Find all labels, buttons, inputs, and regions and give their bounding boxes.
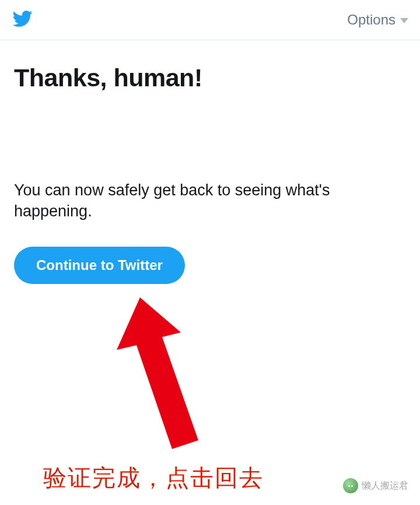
watermark: 懒人搬运君	[343, 478, 408, 493]
twitter-logo-icon	[9, 8, 35, 31]
watermark-text: 懒人搬运君	[362, 480, 408, 492]
header-bar: Options	[0, 0, 420, 40]
wechat-icon	[343, 478, 358, 493]
arrow-annotation-icon	[117, 297, 210, 461]
svg-marker-0	[117, 297, 198, 449]
options-menu-button[interactable]: Options	[347, 12, 408, 28]
chevron-down-icon	[400, 18, 408, 23]
annotation-caption: 验证完成，点击回去	[43, 462, 264, 494]
continue-button[interactable]: Continue to Twitter	[14, 247, 185, 284]
page-subtext: You can now safely get back to seeing wh…	[14, 180, 406, 222]
page-title: Thanks, human!	[14, 64, 406, 92]
options-label: Options	[347, 12, 396, 28]
main-content: Thanks, human! You can now safely get ba…	[0, 40, 420, 301]
